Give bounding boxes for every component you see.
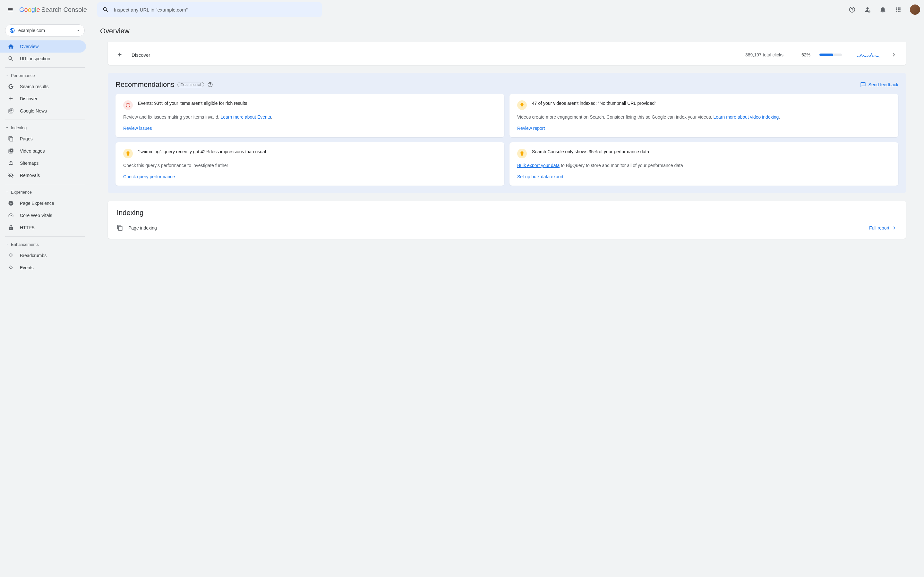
indexing-title: Indexing [117,209,897,217]
divider [5,236,85,237]
sidebar-item-url-inspection[interactable]: URL inspection [0,53,86,65]
main-menu-button[interactable] [4,3,17,16]
recommendation-title: 47 of your videos aren't indexed: "No th… [532,100,656,110]
sidebar-item-breadcrumbs[interactable]: Breadcrumbs [0,250,86,261]
help-icon[interactable] [207,82,213,87]
feedback-icon [860,82,866,87]
pages-icon [8,136,14,142]
lightbulb-icon [517,149,527,158]
recommendation-learn-more-link[interactable]: Bulk export your data [517,163,559,168]
full-report-link[interactable]: Full report [869,225,897,231]
recommendation-action-link[interactable]: Review report [517,126,891,131]
sidebar-item-label: Events [20,265,34,270]
recommendation-body: Videos create more engagement on Search.… [517,114,891,121]
recommendation-card[interactable]: Search Console only shows 35% of your pe… [509,142,898,185]
recommendation-learn-more-link[interactable]: Learn more about Events [220,114,271,119]
sidebar-item-page-experience[interactable]: Page Experience [0,197,86,210]
sidebar-item-core-web-vitals[interactable]: Core Web Vitals [0,210,86,221]
dropdown-icon [76,28,81,33]
sidebar-item-label: URL inspection [20,56,50,61]
user-avatar[interactable] [910,5,920,15]
pages-icon [117,225,123,231]
experimental-badge: Experimental [178,82,204,87]
bell-icon [879,6,887,13]
url-inspection-search[interactable] [97,2,322,17]
page-title-bar: Overview [97,19,916,42]
sidebar-item-discover[interactable]: Discover [0,93,86,105]
logo[interactable]: Google Search Console [19,6,87,13]
page-title: Overview [100,27,914,35]
sidebar-item-overview[interactable]: Overview [0,40,86,53]
sidebar-group-label: Indexing [11,125,27,130]
sidebar-item-label: Sitemaps [20,161,39,166]
sidebar-item-label: HTTPS [20,225,35,230]
search-input[interactable] [114,7,317,13]
sidebar-item-events[interactable]: Events [0,261,86,274]
performance-card: Discover 389,197 total clicks 62% [108,42,906,65]
divider [5,67,85,68]
help-icon [849,6,856,13]
recommendations-section: Recommendations Experimental Send feedba… [108,73,906,193]
sidebar-item-label: Pages [20,136,33,141]
video-icon [8,148,14,154]
recommendation-body: Check this query's performance to invest… [123,162,497,169]
property-name: example.com [18,28,73,33]
globe-icon [9,27,15,33]
discover-label: Discover [132,52,150,58]
page-indexing-label: Page indexing [128,226,157,230]
recommendation-learn-more-link[interactable]: Learn more about video indexing [713,114,779,119]
sidebar-item-https[interactable]: HTTPS [0,221,86,234]
discover-row[interactable]: Discover 389,197 total clicks 62% [108,45,906,65]
plus-circle-icon [8,200,14,206]
sidebar-group-label: Performance [11,73,35,78]
sidebar-item-sitemaps[interactable]: Sitemaps [0,157,86,169]
speed-icon [8,213,14,218]
menu-icon [7,6,13,13]
property-selector[interactable]: example.com [5,24,85,37]
recommendations-grid: Events: 93% of your items aren't eligibl… [115,94,898,185]
recommendation-card[interactable]: 47 of your videos aren't indexed: "No th… [509,94,898,137]
send-feedback-link[interactable]: Send feedback [860,82,898,87]
sidebar-group-performance[interactable]: Performance [0,70,90,81]
recommendation-action-link[interactable]: Set up bulk data export [517,174,891,179]
recommendation-body: Review and fix issues making your items … [123,114,497,121]
sidebar-item-video-pages[interactable]: Video pages [0,145,86,157]
recommendation-action-link[interactable]: Review issues [123,126,497,131]
recommendation-card[interactable]: Events: 93% of your items aren't eligibl… [115,94,504,137]
product-name: Search Console [41,6,87,13]
chevron-down-icon [5,73,9,77]
header: Google Search Console [0,0,924,19]
sidebar-item-pages[interactable]: Pages [0,133,86,145]
notifications-button[interactable] [877,3,889,16]
users-button[interactable] [861,3,874,16]
help-button[interactable] [846,3,859,16]
page-indexing-row[interactable]: Page indexing Full report [117,225,897,231]
magnify-icon [8,55,14,62]
sidebar-item-label: Overview [20,44,39,49]
lightbulb-icon [517,100,527,110]
sidebar-item-search-results[interactable]: Search results [0,81,86,93]
sidebar-item-label: Search results [20,84,48,89]
recommendation-body: Bulk export your data to BigQuery to sto… [517,162,891,169]
apps-button[interactable] [892,3,905,16]
sidebar-item-removals[interactable]: Removals [0,169,86,181]
person-gear-icon [864,6,871,13]
sidebar: example.com Overview URL inspection Perf… [0,19,90,577]
g-icon [8,84,14,89]
sidebar-group-label: Enhancements [11,242,39,247]
recommendation-action-link[interactable]: Check query performance [123,174,497,179]
full-report-label: Full report [869,226,889,230]
discover-progress [819,53,842,56]
sidebar-group-indexing[interactable]: Indexing [0,122,90,133]
feedback-label: Send feedback [869,82,898,87]
recommendation-title: Search Console only shows 35% of your pe… [532,149,649,158]
recommendation-card[interactable]: "swimming": query recently got 42% less … [115,142,504,185]
error-icon [123,100,133,110]
diamond-icon [8,265,14,271]
sidebar-item-google-news[interactable]: Google News [0,105,86,117]
sidebar-group-experience[interactable]: Experience [0,187,90,197]
sidebar-group-enhancements[interactable]: Enhancements [0,239,90,250]
recommendations-title: Recommendations [115,81,174,89]
sidebar-item-label: Core Web Vitals [20,213,52,218]
recommendations-header: Recommendations Experimental Send feedba… [115,81,898,89]
